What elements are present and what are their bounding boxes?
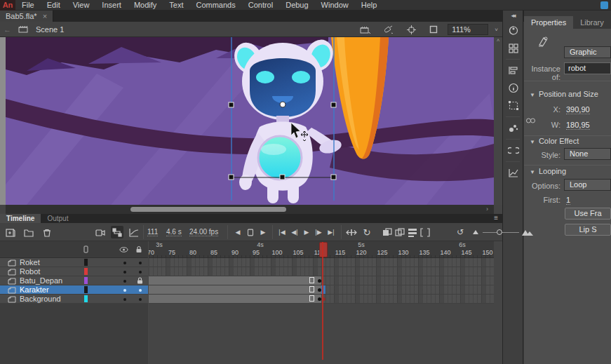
timeline-zoom-knob[interactable] (497, 229, 502, 235)
layer-lock-dot[interactable] (139, 271, 142, 274)
layer-lock-dot[interactable] (139, 298, 142, 301)
transform-icon[interactable] (503, 97, 524, 114)
go-to-last-frame-icon[interactable]: ▶| (325, 223, 337, 241)
motion-graph-icon[interactable] (503, 164, 524, 182)
zoom-level-select[interactable]: 111% (448, 24, 488, 35)
tab-properties[interactable]: Properties (524, 16, 573, 29)
loop-options-dropdown[interactable]: Loop (564, 179, 611, 191)
keyframe-dot[interactable] (318, 279, 321, 283)
onion-skin-outlines-icon[interactable] (394, 223, 405, 241)
frame-rate-value[interactable]: 24.00 fps (189, 228, 218, 236)
style-dropdown[interactable]: None (564, 148, 611, 160)
menu-help[interactable]: Help (355, 0, 384, 11)
layer-color-swatch[interactable] (84, 286, 88, 293)
frame-row-karakter[interactable] (149, 285, 494, 295)
onion-step-back-icon[interactable]: ◀ (233, 223, 243, 241)
chevron-down-icon[interactable]: ˅ (495, 27, 498, 33)
menu-commands[interactable]: Commands (189, 0, 241, 11)
advanced-layers-icon[interactable] (128, 223, 140, 241)
menu-file[interactable]: File (15, 0, 41, 11)
menu-control[interactable]: Control (242, 0, 279, 11)
color-icon[interactable] (503, 22, 524, 39)
edit-scene-icon[interactable] (360, 25, 370, 34)
step-back-one-frame-icon[interactable]: ◀| (289, 223, 300, 241)
close-icon[interactable]: × (43, 12, 47, 20)
vertical-scrollbar[interactable]: ˄ (494, 37, 502, 205)
scroll-right-icon[interactable]: › (486, 205, 488, 213)
loop-playback-icon[interactable]: ↻ (361, 223, 373, 241)
playhead-line[interactable] (322, 242, 323, 360)
layer-row-karakter[interactable]: Karakter (0, 285, 148, 295)
cc-libraries-icon[interactable] (503, 142, 524, 159)
layer-name[interactable]: Background (20, 295, 61, 303)
stage-canvas[interactable] (6, 37, 494, 205)
layer-name[interactable]: Robot (20, 267, 40, 276)
w-value[interactable]: 180,95 (566, 121, 590, 130)
span-end-marker[interactable] (309, 277, 314, 283)
layer-color-swatch[interactable] (84, 259, 88, 266)
frame-row-batu_depan[interactable] (149, 276, 494, 285)
tab-output[interactable]: Output (41, 214, 74, 223)
layer-row-batu_depan[interactable]: Batu_Depan (0, 276, 148, 285)
layer-lock-dot[interactable] (139, 289, 142, 292)
layer-visibility-dot[interactable] (123, 280, 126, 283)
current-frame-icon[interactable] (246, 223, 255, 241)
elapsed-time-value[interactable]: 4.6 s (166, 228, 182, 236)
info-icon[interactable] (503, 79, 524, 97)
eye-icon[interactable] (119, 247, 128, 252)
symbol-type-dropdown[interactable]: Graphic (564, 46, 611, 58)
menu-edit[interactable]: Edit (41, 0, 67, 11)
modify-markers-icon[interactable] (419, 223, 431, 241)
first-frame-value[interactable]: 1 (566, 196, 570, 205)
layer-lock-dot[interactable] (139, 262, 142, 264)
onion-step-forward-icon[interactable]: ▶ (258, 223, 268, 241)
reset-timeline-zoom-icon[interactable]: ↺ (455, 223, 466, 241)
menu-debug[interactable]: Debug (279, 0, 314, 11)
layer-visibility-dot[interactable] (123, 298, 126, 301)
back-arrow-icon[interactable]: ← (4, 25, 11, 34)
new-folder-icon[interactable] (22, 223, 35, 241)
layer-row-robot[interactable]: Robot (0, 267, 148, 276)
menu-insert[interactable]: Insert (95, 0, 128, 11)
section-position-size[interactable]: ▼Position and Size (530, 90, 598, 98)
layer-visibility-dot[interactable] (123, 289, 126, 292)
edit-multiple-frames-icon[interactable] (407, 223, 418, 241)
instance-name-field[interactable]: robot (564, 62, 611, 74)
current-frame-value[interactable]: 111 (147, 228, 158, 236)
layer-visibility-dot[interactable] (123, 271, 126, 274)
layer-name[interactable]: Roket (20, 258, 40, 267)
play-icon[interactable]: ▶ (302, 223, 311, 241)
swatches-icon[interactable] (503, 39, 524, 57)
layer-color-swatch[interactable] (84, 295, 88, 302)
panel-menu-icon[interactable]: ≡ (494, 214, 498, 222)
stage-area[interactable]: ˄ › (0, 37, 502, 214)
camera-icon[interactable] (94, 223, 107, 241)
tab-library[interactable]: Library (573, 16, 611, 29)
frame-span[interactable] (149, 276, 321, 285)
lock-icon[interactable] (135, 245, 142, 253)
horizontal-scrollbar[interactable]: › (6, 205, 494, 214)
clip-content-icon[interactable] (429, 25, 438, 34)
step-forward-one-frame-icon[interactable]: |▶ (313, 223, 324, 241)
playhead-marker[interactable] (319, 242, 328, 257)
show-parenting-icon[interactable] (111, 226, 123, 238)
new-layer-icon[interactable] (4, 223, 17, 241)
layer-row-background[interactable]: Background (0, 295, 148, 304)
layer-name[interactable]: Karakter (20, 285, 49, 294)
frame-span[interactable] (149, 285, 321, 294)
x-value[interactable]: 390,90 (566, 105, 590, 114)
layer-color-swatch[interactable] (84, 277, 88, 284)
center-playhead-icon[interactable] (345, 223, 358, 241)
go-to-first-frame-icon[interactable]: |◀ (276, 223, 288, 241)
menu-modify[interactable]: Modify (128, 0, 163, 11)
zoom-out-frames-icon[interactable] (471, 223, 480, 241)
frame-span[interactable] (149, 295, 321, 303)
titlebar-right-icon[interactable] (600, 1, 608, 9)
frame-row-background[interactable] (149, 295, 494, 304)
menu-text[interactable]: Text (163, 0, 189, 11)
zoom-in-frames-icon[interactable] (522, 223, 533, 241)
span-end-marker[interactable] (309, 286, 314, 292)
section-color-effect[interactable]: ▼Color Effect (530, 137, 579, 145)
section-looping[interactable]: ▼Looping (530, 167, 566, 175)
keyframe-dot[interactable] (318, 297, 321, 301)
